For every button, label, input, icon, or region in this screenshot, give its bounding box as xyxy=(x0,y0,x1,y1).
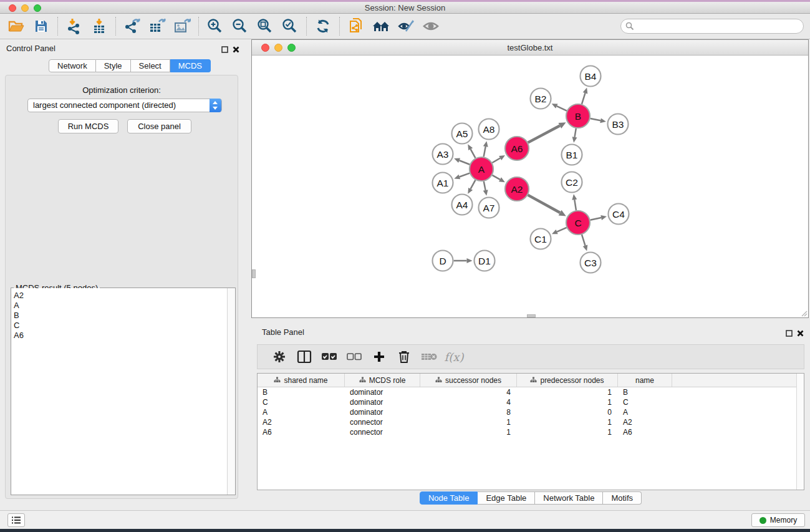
home-layouts-button[interactable] xyxy=(370,16,392,37)
table-cell[interactable]: A2 xyxy=(258,417,345,427)
graph-edge-B-B4[interactable] xyxy=(582,93,586,104)
tab-node-table[interactable]: Node Table xyxy=(420,491,478,505)
function-builder-button[interactable]: f(x) xyxy=(443,347,465,366)
graph-edge-B-B3[interactable] xyxy=(591,118,600,120)
table-row[interactable]: Cdominator41C xyxy=(258,397,804,407)
resize-grip-icon[interactable] xyxy=(800,309,808,317)
column-header-predecessor-nodes[interactable]: predecessor nodes xyxy=(517,374,618,387)
float-table-panel-icon[interactable] xyxy=(786,328,793,339)
tab-mcds[interactable]: MCDS xyxy=(170,59,211,72)
delete-table-button[interactable] xyxy=(418,347,440,366)
table-row[interactable]: A2connector11A2 xyxy=(258,417,804,427)
network-graph[interactable]: B4B2BB3A8A5A6A3B1AA1C2A2A4A7C4CC1DD1C3 xyxy=(252,56,808,317)
table-cell[interactable]: B xyxy=(258,387,345,397)
graph-edge-A-A2[interactable] xyxy=(492,175,500,180)
table-cell[interactable]: 1 xyxy=(517,397,618,407)
table-row[interactable]: Adominator80A xyxy=(258,407,804,417)
select-all-columns-button[interactable] xyxy=(319,347,340,366)
graph-edge-A-A1[interactable] xyxy=(460,173,470,177)
graph-edge-A-A7[interactable] xyxy=(484,181,486,190)
canvas-horizontal-scroll-thumb[interactable] xyxy=(527,314,536,317)
tab-network-table[interactable]: Network Table xyxy=(535,491,603,505)
refresh-layout-button[interactable] xyxy=(312,16,334,37)
tab-edge-table[interactable]: Edge Table xyxy=(478,491,535,505)
table-cell[interactable]: connector xyxy=(345,427,420,437)
copy-network-button[interactable] xyxy=(345,16,367,37)
graph-edge-B-B1[interactable] xyxy=(575,128,576,137)
column-header-successor-nodes[interactable]: successor nodes xyxy=(420,374,517,387)
zoom-fit-button[interactable] xyxy=(254,16,276,37)
mcds-result-item[interactable]: C xyxy=(14,321,235,331)
mcds-result-list[interactable]: A2ABCA6 xyxy=(11,288,235,495)
canvas-vertical-scroll-thumb[interactable] xyxy=(252,269,256,278)
table-cell[interactable]: 0 xyxy=(517,407,618,417)
zoom-in-button[interactable] xyxy=(204,16,226,37)
table-settings-button[interactable] xyxy=(269,347,290,366)
table-row[interactable]: Bdominator41B xyxy=(258,387,804,397)
zoom-selected-button[interactable] xyxy=(279,16,301,37)
create-column-button[interactable] xyxy=(369,347,390,366)
open-session-button[interactable] xyxy=(5,16,27,37)
save-session-button[interactable] xyxy=(30,16,52,37)
show-column-panel-button[interactable] xyxy=(294,347,315,366)
table-cell[interactable]: 4 xyxy=(420,397,517,407)
table-cell[interactable]: C xyxy=(618,397,672,407)
mcds-result-scrollbar[interactable] xyxy=(227,288,235,495)
table-cell[interactable]: B xyxy=(618,387,672,397)
close-panel-button[interactable]: Close panel xyxy=(127,119,191,133)
node-table[interactable]: shared nameMCDS rolesuccessor nodesprede… xyxy=(257,373,804,490)
zoom-out-button[interactable] xyxy=(229,16,251,37)
table-cell[interactable]: dominator xyxy=(345,397,420,407)
table-cell[interactable]: 4 xyxy=(420,387,517,397)
table-cell[interactable]: 8 xyxy=(420,407,517,417)
table-cell[interactable]: A xyxy=(618,407,672,417)
graph-edge-C-C1[interactable] xyxy=(557,228,566,232)
table-cell[interactable]: A xyxy=(258,407,345,417)
export-network-button[interactable] xyxy=(121,16,143,37)
import-table-button[interactable] xyxy=(88,16,110,37)
criterion-select[interactable]: largest connected component (directed) xyxy=(27,99,222,112)
column-header-mcds-role[interactable]: MCDS role xyxy=(345,374,420,387)
close-panel-icon[interactable] xyxy=(233,44,239,56)
table-scrollbar[interactable] xyxy=(796,374,804,490)
graph-edge-A2-C[interactable] xyxy=(528,195,561,213)
toggle-annotations-button[interactable] xyxy=(395,16,417,37)
table-cell[interactable]: dominator xyxy=(345,407,420,417)
graph-edge-A-A8[interactable] xyxy=(484,147,486,157)
export-table-button[interactable] xyxy=(146,16,168,37)
import-network-button[interactable] xyxy=(63,16,85,37)
graph-edge-C-C2[interactable] xyxy=(574,200,576,210)
network-canvas[interactable]: B4B2BB3A8A5A6A3B1AA1C2A2A4A7C4CC1DD1C3 xyxy=(252,56,808,317)
table-cell[interactable]: A2 xyxy=(618,417,672,427)
table-cell[interactable]: 1 xyxy=(517,417,618,427)
export-image-button[interactable] xyxy=(171,16,193,37)
tab-select[interactable]: Select xyxy=(131,59,170,72)
close-table-panel-icon[interactable] xyxy=(797,328,804,339)
graph-edge-C-C4[interactable] xyxy=(591,218,602,220)
toggle-graphics-details-button[interactable] xyxy=(420,16,442,37)
table-cell[interactable]: C xyxy=(258,397,345,407)
graph-edge-A-A5[interactable] xyxy=(471,149,476,158)
table-cell[interactable]: dominator xyxy=(345,387,420,397)
network-window-titlebar[interactable]: testGlobe.txt xyxy=(252,40,808,56)
run-mcds-button[interactable]: Run MCDS xyxy=(58,119,118,133)
search-input[interactable] xyxy=(620,19,804,34)
graph-edge-A-A4[interactable] xyxy=(471,180,476,189)
mcds-result-item[interactable]: A xyxy=(14,301,235,311)
tab-style[interactable]: Style xyxy=(96,59,131,72)
float-panel-icon[interactable] xyxy=(221,44,228,56)
mcds-result-item[interactable]: A6 xyxy=(14,331,235,341)
mcds-result-item[interactable]: B xyxy=(14,311,235,321)
tab-motifs[interactable]: Motifs xyxy=(603,491,642,505)
delete-column-button[interactable] xyxy=(393,347,415,366)
memory-button[interactable]: Memory xyxy=(751,513,805,527)
tab-network[interactable]: Network xyxy=(49,59,96,72)
table-row[interactable]: A6connector11A6 xyxy=(258,427,804,437)
graph-edge-A-A3[interactable] xyxy=(460,160,470,164)
table-cell[interactable]: A6 xyxy=(258,427,345,437)
table-cell[interactable]: 1 xyxy=(517,427,618,437)
graph-edge-A-A6[interactable] xyxy=(492,158,500,163)
show-panels-button[interactable] xyxy=(7,513,25,527)
graph-edge-B-B2[interactable] xyxy=(557,106,567,110)
column-header-shared-name[interactable]: shared name xyxy=(258,374,345,387)
